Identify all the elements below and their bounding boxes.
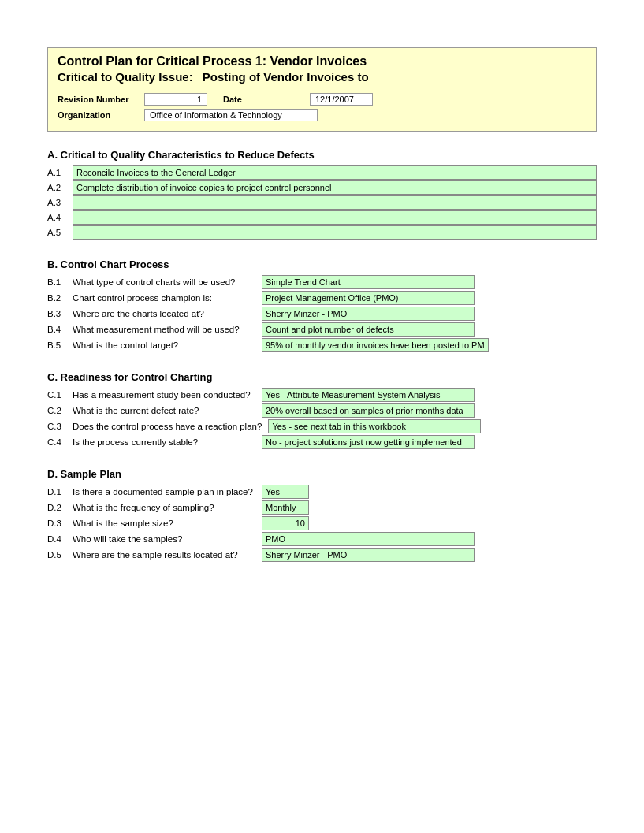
list-item: A.3 bbox=[47, 195, 597, 210]
row-id: C.2 bbox=[47, 406, 73, 415]
row-id: D.2 bbox=[47, 503, 73, 512]
list-item: A.5 bbox=[47, 225, 597, 240]
section-a-title: A. Critical to Quality Characteristics t… bbox=[47, 149, 597, 161]
row-question: Has a measurement study been conducted? bbox=[73, 390, 262, 400]
row-id: C.4 bbox=[47, 437, 73, 447]
row-answer[interactable]: Yes - Attribute Measurement System Analy… bbox=[262, 388, 475, 402]
row-id: B.3 bbox=[47, 309, 73, 318]
row-id: B.1 bbox=[47, 277, 73, 287]
date-label: Date bbox=[223, 95, 310, 104]
section-b-title: B. Control Chart Process bbox=[47, 258, 597, 270]
revision-row: Revision Number 1 Date 12/1/2007 bbox=[58, 93, 586, 106]
revision-value: 1 bbox=[144, 93, 207, 106]
row-answer[interactable]: Monthly bbox=[262, 500, 309, 515]
section-a: A. Critical to Quality Characteristics t… bbox=[47, 149, 597, 240]
row-answer[interactable]: 10 bbox=[262, 516, 309, 530]
list-item: A.4 bbox=[47, 210, 597, 225]
page-title: Control Plan for Critical Process 1: Ven… bbox=[58, 54, 586, 69]
row-question: What is the current defect rate? bbox=[73, 406, 262, 415]
row-question: What is the frequency of sampling? bbox=[73, 503, 262, 512]
row-question: Does the control process have a reaction… bbox=[73, 422, 268, 431]
list-item: D.5 Where are the sample results located… bbox=[47, 548, 597, 562]
row-value[interactable] bbox=[73, 195, 597, 210]
row-id: D.5 bbox=[47, 550, 73, 560]
list-item: B.5 What is the control target? 95% of m… bbox=[47, 338, 597, 352]
list-item: C.3 Does the control process have a reac… bbox=[47, 419, 597, 433]
row-question: Who will take the samples? bbox=[73, 534, 262, 544]
row-answer[interactable]: Yes bbox=[262, 485, 309, 499]
org-label: Organization bbox=[58, 110, 144, 120]
row-id: C.1 bbox=[47, 390, 73, 400]
row-question: Is the process currently stable? bbox=[73, 437, 262, 447]
row-value[interactable] bbox=[73, 225, 597, 240]
list-item: C.1 Has a measurement study been conduct… bbox=[47, 388, 597, 402]
ctq-label: Critical to Quality Issue: bbox=[58, 70, 193, 84]
row-id: A.2 bbox=[47, 183, 73, 192]
row-id: B.4 bbox=[47, 325, 73, 334]
row-question: Chart control process champion is: bbox=[73, 293, 262, 303]
row-answer[interactable]: Sherry Minzer - PMO bbox=[262, 548, 475, 562]
date-value: 12/1/2007 bbox=[310, 93, 373, 106]
row-id: A.5 bbox=[47, 228, 73, 237]
row-id: C.3 bbox=[47, 422, 73, 431]
row-id: A.4 bbox=[47, 213, 73, 222]
row-answer[interactable]: Count and plot number of defects bbox=[262, 322, 475, 337]
row-question: What is the control target? bbox=[73, 340, 262, 350]
row-answer[interactable]: PMO bbox=[262, 532, 475, 546]
section-c-rows: C.1 Has a measurement study been conduct… bbox=[47, 388, 597, 449]
row-value[interactable] bbox=[73, 210, 597, 225]
section-d: D. Sample Plan D.1 Is there a documented… bbox=[47, 468, 597, 562]
row-answer[interactable]: 95% of monthly vendor invoices have been… bbox=[262, 338, 489, 352]
org-value: Office of Information & Technology bbox=[144, 109, 318, 121]
ctq-value: Posting of Vendor Invoices to bbox=[203, 70, 369, 84]
section-a-rows: A.1 Reconcile Invoices to the General Le… bbox=[47, 165, 597, 240]
row-id: B.2 bbox=[47, 293, 73, 303]
row-answer[interactable]: Yes - see next tab in this workbook bbox=[268, 419, 481, 433]
row-question: What measurement method will be used? bbox=[73, 325, 262, 334]
row-id: D.1 bbox=[47, 487, 73, 496]
row-id: A.3 bbox=[47, 198, 73, 207]
row-answer[interactable]: 20% overall based on samples of prior mo… bbox=[262, 403, 475, 418]
list-item: D.1 Is there a documented sample plan in… bbox=[47, 485, 597, 499]
section-b: B. Control Chart Process B.1 What type o… bbox=[47, 258, 597, 352]
section-c-title: C. Readiness for Control Charting bbox=[47, 371, 597, 383]
section-d-title: D. Sample Plan bbox=[47, 468, 597, 480]
revision-label: Revision Number bbox=[58, 95, 144, 104]
row-answer[interactable]: Simple Trend Chart bbox=[262, 275, 475, 289]
row-question: What type of control charts will be used… bbox=[73, 277, 262, 287]
row-answer[interactable]: No - project solutions just now getting … bbox=[262, 435, 475, 449]
list-item: C.4 Is the process currently stable? No … bbox=[47, 435, 597, 449]
row-value[interactable]: Complete distribution of invoice copies … bbox=[73, 180, 597, 195]
row-question: Where are the sample results located at? bbox=[73, 550, 262, 560]
section-b-rows: B.1 What type of control charts will be … bbox=[47, 275, 597, 352]
list-item: A.2 Complete distribution of invoice cop… bbox=[47, 180, 597, 195]
row-answer[interactable]: Sherry Minzer - PMO bbox=[262, 307, 475, 321]
row-answer[interactable]: Project Management Office (PMO) bbox=[262, 291, 475, 305]
list-item: D.2 What is the frequency of sampling? M… bbox=[47, 500, 597, 515]
list-item: B.4 What measurement method will be used… bbox=[47, 322, 597, 337]
row-value[interactable]: Reconcile Invoices to the General Ledger bbox=[73, 165, 597, 180]
list-item: B.2 Chart control process champion is: P… bbox=[47, 291, 597, 305]
row-question: What is the sample size? bbox=[73, 519, 262, 528]
list-item: C.2 What is the current defect rate? 20%… bbox=[47, 403, 597, 418]
row-question: Where are the charts located at? bbox=[73, 309, 262, 318]
list-item: D.4 Who will take the samples? PMO bbox=[47, 532, 597, 546]
row-id: D.4 bbox=[47, 534, 73, 544]
row-id: D.3 bbox=[47, 519, 73, 528]
header-box: Control Plan for Critical Process 1: Ven… bbox=[47, 47, 597, 132]
list-item: A.1 Reconcile Invoices to the General Le… bbox=[47, 165, 597, 180]
row-question: Is there a documented sample plan in pla… bbox=[73, 487, 262, 496]
row-id: A.1 bbox=[47, 168, 73, 177]
org-row: Organization Office of Information & Tec… bbox=[58, 109, 586, 121]
list-item: B.1 What type of control charts will be … bbox=[47, 275, 597, 289]
list-item: D.3 What is the sample size? 10 bbox=[47, 516, 597, 530]
section-d-rows: D.1 Is there a documented sample plan in… bbox=[47, 485, 597, 562]
row-id: B.5 bbox=[47, 340, 73, 350]
section-c: C. Readiness for Control Charting C.1 Ha… bbox=[47, 371, 597, 449]
list-item: B.3 Where are the charts located at? She… bbox=[47, 307, 597, 321]
